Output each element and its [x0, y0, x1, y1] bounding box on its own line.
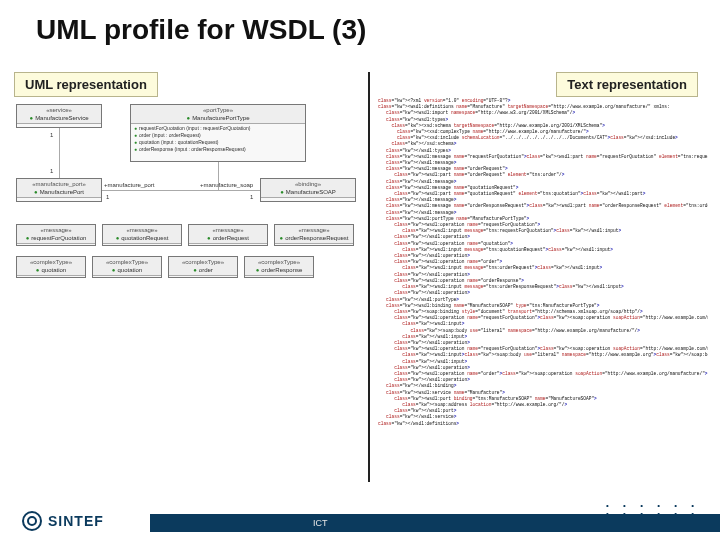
uml-service-box: «service» ManufactureService: [16, 104, 102, 128]
class-name: quotation: [36, 267, 66, 273]
class-name: orderResponseRequest: [280, 235, 349, 241]
slide: UML profile for WSDL (3) UML representat…: [0, 0, 720, 540]
multiplicity: 1: [50, 168, 53, 174]
class-name: ManufactureSOAP: [280, 189, 336, 195]
uml-message-box: «message»requestForQuotation: [16, 224, 96, 246]
stereotype: «manufacture_port»: [32, 181, 86, 187]
class-name: requestForQuotation: [26, 235, 87, 241]
footer-unit: ICT: [313, 518, 328, 528]
multiplicity: 1: [50, 132, 53, 138]
uml-message-box: «message»orderResponseRequest: [274, 224, 354, 246]
assoc-label: +manufacture_soap: [200, 182, 253, 188]
class-name: ManufacturePort: [34, 189, 84, 195]
stereotype: «complexType»: [258, 259, 300, 265]
uml-box-header: «binding» ManufactureSOAP: [261, 179, 355, 198]
stereotype: «message»: [40, 227, 71, 233]
op: order (input : orderRequest): [134, 132, 302, 139]
stereotype: «message»: [298, 227, 329, 233]
multiplicity: 1: [106, 194, 109, 200]
uml-complextype-box: «complexType»quotation: [16, 256, 86, 278]
label-uml-representation: UML representation: [14, 72, 158, 97]
class-name: orderRequest: [207, 235, 249, 241]
label-text-representation: Text representation: [556, 72, 698, 97]
assoc-line: [102, 190, 260, 191]
uml-complextype-box: «complexType»order: [168, 256, 238, 278]
slide-title: UML profile for WSDL (3): [36, 14, 366, 46]
uml-box-header: «manufacture_port» ManufacturePort: [17, 179, 101, 198]
stereotype: «message»: [126, 227, 157, 233]
stereotype: «complexType»: [182, 259, 224, 265]
op: requestForQuotation (input : requestForQ…: [134, 125, 302, 132]
class-name: quotation: [112, 267, 142, 273]
class-name: orderResponse: [256, 267, 303, 273]
uml-binding-box: «binding» ManufactureSOAP: [260, 178, 356, 202]
brand-name: SINTEF: [48, 513, 104, 529]
uml-box-header: «service» ManufactureService: [17, 105, 101, 124]
uml-complextype-box: «complexType»orderResponse: [244, 256, 314, 278]
uml-message-box: «message»orderRequest: [188, 224, 268, 246]
assoc-label: +manufacture_port: [104, 182, 155, 188]
class-name: ManufacturePortType: [187, 115, 250, 121]
vertical-divider: [368, 72, 370, 482]
stereotype: «message»: [212, 227, 243, 233]
assoc-line: [59, 128, 60, 178]
stereotype: «complexType»: [30, 259, 72, 265]
uml-operations: requestForQuotation (input : requestForQ…: [131, 124, 305, 154]
logo-icon: [22, 511, 42, 531]
uml-message-box: «message»quotationRequest: [102, 224, 182, 246]
class-name: order: [193, 267, 213, 273]
op: quotation (input : quotationRequest): [134, 139, 302, 146]
op: orderResponse (input : orderResponseRequ…: [134, 146, 302, 153]
brand-logo: SINTEF: [22, 510, 104, 532]
stereotype: «complexType»: [106, 259, 148, 265]
uml-diagram: «service» ManufactureService «portType» …: [10, 104, 360, 344]
xml-text-representation: class="kw"><?xml version="1.0" encoding=…: [378, 98, 708, 428]
uml-complextype-box: «complexType»quotation: [92, 256, 162, 278]
uml-porttype-box: «portType» ManufacturePortType requestFo…: [130, 104, 306, 162]
multiplicity: 1: [250, 194, 253, 200]
class-name: ManufactureService: [30, 115, 89, 121]
stereotype: «service»: [46, 107, 72, 113]
stereotype: «binding»: [295, 181, 321, 187]
class-name: quotationRequest: [116, 235, 169, 241]
stereotype: «portType»: [203, 107, 233, 113]
footer-bar: [150, 514, 720, 532]
footer: • • • • • • • • • • • • ICT SINTEF: [0, 500, 720, 540]
uml-box-header: «portType» ManufacturePortType: [131, 105, 305, 124]
uml-port-box: «manufacture_port» ManufacturePort: [16, 178, 102, 202]
